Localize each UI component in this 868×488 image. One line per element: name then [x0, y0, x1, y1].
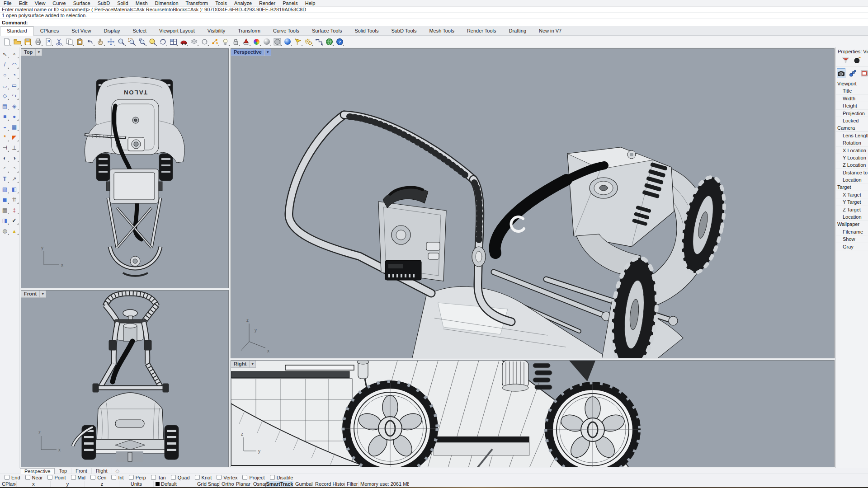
chevron-down-icon[interactable]: ▼ — [250, 361, 256, 368]
checkbox[interactable] — [71, 475, 76, 480]
viewport-tab-perspective[interactable]: Perspective — [20, 468, 55, 474]
property-row[interactable]: Show — [836, 235, 868, 243]
status-memory-use-mb[interactable]: Memory use: 2061 MB — [359, 481, 409, 487]
property-row[interactable]: Title — [836, 87, 868, 94]
viewport-title[interactable]: Front — [21, 291, 40, 298]
toolbar-tab-select[interactable]: Select — [127, 27, 153, 35]
menu-panels[interactable]: Panels — [279, 0, 302, 6]
property-row[interactable]: Y Location — [836, 154, 868, 161]
bomb-icon[interactable] — [854, 56, 861, 65]
explode-star-icon[interactable]: * — [0, 132, 9, 142]
surface-grid-icon[interactable]: ▦ — [10, 122, 19, 132]
osnap-tan[interactable]: Tan — [151, 475, 166, 480]
layers-funnel-icon[interactable] — [842, 56, 849, 65]
osnap-disable[interactable]: Disable — [270, 475, 293, 480]
toolbar-tab-transform[interactable]: Transform — [231, 27, 267, 35]
pipe-section-icon[interactable]: ‡ — [10, 205, 19, 215]
zoom-extents-icon[interactable] — [148, 37, 157, 46]
viewport-top[interactable]: Top▼ — [21, 48, 229, 288]
point-icon[interactable]: ∘ — [10, 49, 19, 59]
viewport-title[interactable]: Top — [21, 49, 36, 56]
circle-icon[interactable]: ○ — [0, 70, 9, 80]
box-icon[interactable]: ■ — [0, 112, 9, 122]
split-icon[interactable]: ⊥ — [10, 143, 19, 153]
named-view-car-icon[interactable] — [179, 37, 188, 46]
property-row[interactable]: X Location — [836, 147, 868, 154]
property-row[interactable]: Locked — [836, 117, 868, 124]
open-file-icon[interactable] — [13, 37, 22, 46]
osnap-dots-icon[interactable] — [210, 37, 219, 46]
checkbox[interactable] — [270, 475, 275, 480]
rectangle-icon[interactable]: ▭ — [10, 80, 19, 90]
checkbox[interactable] — [47, 475, 52, 480]
property-section-viewport[interactable]: Viewport — [836, 80, 868, 87]
osnap-cen[interactable]: Cen — [90, 475, 106, 480]
osnap-vertex[interactable]: Vertex — [217, 475, 237, 480]
viewport-nav-icon[interactable]: ◇ — [112, 468, 123, 474]
rendered-sphere-icon[interactable] — [283, 37, 292, 46]
shaded-sphere-icon[interactable] — [262, 37, 271, 46]
osnap-end[interactable]: End — [5, 475, 20, 480]
print-icon[interactable] — [33, 37, 42, 46]
toolbar-tab-surface-tools[interactable]: Surface Tools — [306, 27, 348, 35]
checkbox[interactable] — [25, 475, 30, 480]
color-wheel-icon[interactable] — [252, 37, 261, 46]
flag-cone-icon[interactable] — [293, 37, 302, 46]
arc-icon[interactable]: ◠ — [10, 60, 19, 70]
status-osnap[interactable]: Osnap — [251, 481, 266, 487]
property-section-camera[interactable]: Camera — [836, 124, 868, 131]
status-z[interactable]: z — [85, 481, 119, 487]
lock-icon[interactable] — [231, 37, 240, 46]
property-row[interactable]: Width — [836, 95, 868, 102]
viewport-layout-icon[interactable] — [169, 37, 178, 46]
chevron-down-icon[interactable]: ▼ — [36, 49, 42, 56]
property-row[interactable]: Location — [836, 213, 868, 221]
toolbar-tab-drafting[interactable]: Drafting — [503, 27, 533, 35]
status-cplane[interactable]: CPlane — [0, 481, 17, 487]
status-gumball[interactable]: Gumball — [293, 481, 313, 487]
pan-hand-icon[interactable] — [96, 37, 105, 46]
rotate-circle-icon[interactable] — [200, 37, 209, 46]
menu-render[interactable]: Render — [255, 0, 279, 6]
links-molecule-icon[interactable] — [849, 68, 857, 78]
checkbox[interactable] — [151, 475, 156, 480]
status-planar[interactable]: Planar — [234, 481, 251, 487]
light-bulb-icon[interactable] — [221, 37, 230, 46]
toolbar-tab-curve-tools[interactable]: Curve Tools — [267, 27, 306, 35]
earth-globe-icon[interactable] — [325, 37, 334, 46]
save-icon[interactable] — [23, 37, 32, 46]
checkbox[interactable] — [195, 475, 200, 480]
checkbox[interactable] — [242, 475, 247, 480]
property-row[interactable]: Projection — [836, 110, 868, 117]
menu-transform[interactable]: Transform — [182, 0, 212, 6]
status-record-history[interactable]: Record History — [313, 481, 345, 487]
osnap-mid[interactable]: Mid — [71, 475, 86, 480]
menu-tools[interactable]: Tools — [212, 0, 231, 6]
osnap-point[interactable]: Point — [47, 475, 66, 480]
blend-curve-icon[interactable]: ↪ — [10, 91, 19, 101]
sphere-icon[interactable]: ● — [10, 112, 19, 122]
property-row[interactable]: Height — [836, 102, 868, 109]
toolbar-tab-visibility[interactable]: Visibility — [201, 27, 232, 35]
text-icon[interactable]: T — [0, 174, 9, 184]
property-row[interactable]: Location — [836, 176, 868, 183]
menu-surface[interactable]: Surface — [70, 0, 94, 6]
camera-icon[interactable] — [837, 68, 845, 78]
property-row[interactable]: Z Target — [836, 206, 868, 213]
status-ortho[interactable]: Ortho — [220, 481, 234, 487]
viewport-perspective[interactable]: Perspective▼ — [231, 48, 835, 358]
move-icon[interactable] — [106, 37, 115, 46]
menu-file[interactable]: File — [0, 0, 15, 6]
checkbox[interactable] — [90, 475, 95, 480]
osnap-knot[interactable]: Knot — [195, 475, 212, 480]
new-file-icon[interactable] — [2, 37, 11, 46]
check-geometry-icon[interactable]: ✓ — [10, 216, 19, 225]
curve-icon[interactable]: ◡ — [0, 80, 9, 90]
toolbar-tab-set-view[interactable]: Set View — [65, 27, 97, 35]
render-cone-icon[interactable] — [241, 37, 250, 46]
viewport-tab-front[interactable]: Front — [71, 468, 92, 474]
viewport-right[interactable]: Right▼ — [231, 360, 835, 467]
viewport-front[interactable]: Front▼ — [21, 290, 229, 467]
menu-mesh[interactable]: Mesh — [132, 0, 151, 6]
property-row[interactable]: X Target — [836, 191, 868, 198]
